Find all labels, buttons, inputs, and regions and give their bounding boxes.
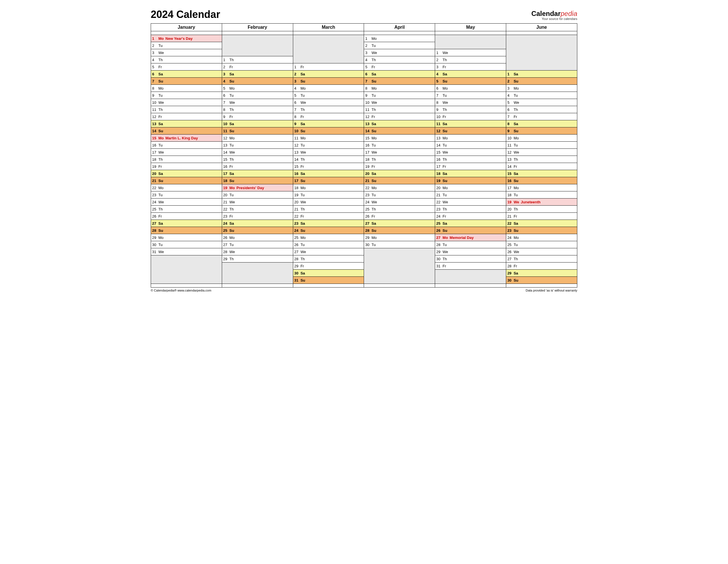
calendar-row: 26Fr23Fr22Fr26Fr24Fr21Fr (151, 213, 577, 220)
day-number: 30 (152, 243, 158, 247)
day-cell: 14Tu (435, 142, 506, 149)
day-number: 4 (436, 72, 442, 76)
day-cell: 27Sa (364, 220, 435, 227)
day-of-week: We (514, 200, 519, 204)
day-cell: 25Sa (435, 220, 506, 227)
day-of-week: We (229, 150, 235, 154)
month-header: January (151, 24, 222, 31)
day-cell: 20Sa (151, 170, 222, 177)
day-cell: 13Th (506, 156, 577, 163)
day-number: 19 (436, 179, 442, 183)
day-cell: 29Mo (364, 234, 435, 241)
day-of-week: Fr (301, 214, 304, 218)
day-of-week: Tu (301, 143, 305, 147)
day-cell: 21Fr (506, 213, 577, 220)
day-number: 11 (436, 122, 442, 126)
day-of-week: Fr (301, 164, 304, 169)
day-of-week: Sa (301, 72, 305, 76)
day-number: 12 (507, 150, 514, 154)
day-of-week: Fr (158, 115, 162, 119)
day-number: 17 (436, 164, 442, 169)
day-of-week: Sa (371, 221, 376, 226)
day-of-week: Sa (514, 122, 518, 126)
day-cell: 17We (151, 149, 222, 156)
day-cell: 12Mo (222, 135, 293, 142)
day-of-week: Su (301, 278, 305, 282)
day-number: 11 (365, 108, 371, 112)
day-number: 22 (365, 186, 371, 190)
day-cell: 12Fr (364, 113, 435, 120)
day-of-week: We (442, 250, 448, 254)
day-number: 16 (507, 179, 514, 183)
empty-cell (293, 49, 364, 56)
day-of-week: Sa (371, 172, 376, 176)
day-of-week: Su (229, 129, 234, 133)
day-of-week: Th (371, 157, 376, 162)
day-cell: 19WeJuneteenth (506, 199, 577, 206)
day-number: 12 (152, 115, 158, 119)
day-cell: 7Su (364, 78, 435, 85)
day-cell: 17We (364, 149, 435, 156)
day-of-week: Fr (514, 115, 517, 119)
day-number: 1 (436, 51, 442, 55)
month-header: May (435, 24, 506, 31)
day-number: 29 (223, 257, 229, 261)
day-of-week: Fr (442, 115, 446, 119)
day-cell: 26Tu (293, 241, 364, 248)
day-of-week: Tu (514, 143, 518, 147)
empty-cell (151, 255, 222, 263)
day-number: 13 (152, 122, 158, 126)
day-of-week: Tu (229, 243, 234, 247)
day-cell: 21We (222, 199, 293, 206)
day-number: 16 (436, 157, 442, 162)
day-of-week: Fr (514, 264, 517, 268)
day-number: 21 (294, 207, 301, 211)
day-cell: 19Fr (364, 163, 435, 170)
day-of-week: Tu (158, 44, 163, 48)
day-number: 29 (507, 271, 514, 275)
day-number: 22 (152, 186, 158, 190)
day-cell: 28We (222, 248, 293, 255)
empty-cell (364, 263, 435, 270)
day-cell: 18Tu (506, 191, 577, 199)
month-header: February (222, 24, 293, 31)
day-cell: 16Tu (151, 142, 222, 149)
day-cell: 27MoMemorial Day (435, 234, 506, 241)
day-number: 22 (223, 207, 229, 211)
day-cell: 11Su (222, 127, 293, 135)
day-number: 13 (294, 150, 301, 154)
day-number: 9 (223, 115, 229, 119)
calendar-body: 1MoNew Year's Day1Mo2Tu2Tu3We3We1We4Th1T… (151, 31, 577, 288)
day-number: 31 (152, 250, 158, 254)
event-label: Juneteenth (521, 200, 540, 204)
day-number: 6 (365, 72, 371, 76)
day-cell: 22We (435, 199, 506, 206)
day-cell: 30Sa (293, 270, 364, 277)
day-number: 25 (152, 207, 158, 211)
day-cell: 8Th (222, 106, 293, 113)
day-number: 7 (365, 79, 371, 83)
calendar-grid: JanuaryFebruaryMarchAprilMayJune 1MoNew … (151, 23, 577, 288)
day-cell: 14Fr (506, 163, 577, 170)
event-label: New Year's Day (166, 36, 193, 41)
day-of-week: Fr (301, 65, 304, 69)
day-of-week: Su (514, 129, 518, 133)
day-of-week: Th (229, 108, 234, 112)
day-cell: 22Th (222, 206, 293, 213)
day-of-week: Th (514, 157, 518, 162)
day-of-week: Tu (158, 93, 163, 98)
day-cell: 17Mo (506, 184, 577, 191)
day-number: 24 (152, 200, 158, 204)
empty-cell (435, 35, 506, 42)
day-of-week: Th (158, 157, 163, 162)
footer-right: Data provided 'as is' without warranty (526, 289, 577, 292)
empty-cell (364, 255, 435, 263)
day-of-week: Fr (229, 164, 233, 169)
day-cell: 10Su (293, 127, 364, 135)
day-number: 14 (507, 164, 514, 169)
day-number: 25 (507, 243, 514, 247)
day-cell: 2Fr (222, 63, 293, 71)
day-number: 29 (365, 235, 371, 240)
day-number: 22 (294, 214, 301, 218)
day-number: 23 (507, 228, 514, 233)
